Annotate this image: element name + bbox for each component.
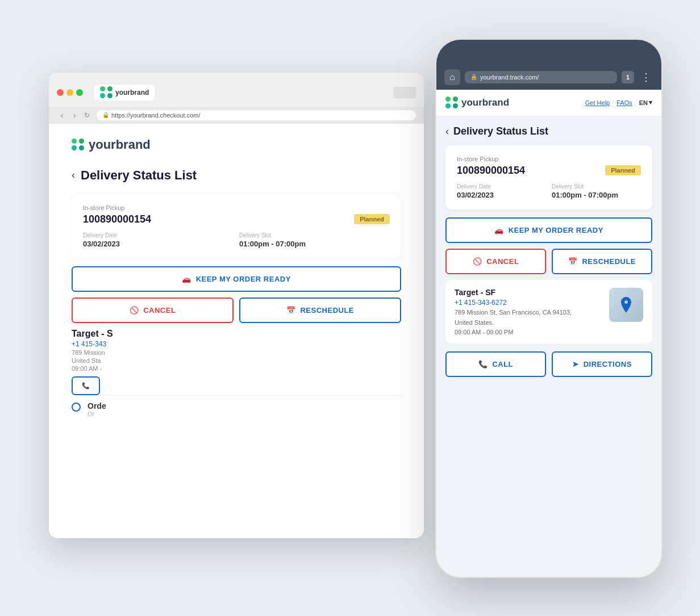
delivery-date-value: 03/02/2023 bbox=[83, 240, 234, 248]
back-arrow-btn[interactable]: ‹ bbox=[72, 169, 75, 181]
order-card: In-store Pickup 100890000154 Planned Del… bbox=[72, 194, 401, 258]
cancel-button[interactable]: 🚫 CANCEL bbox=[72, 297, 234, 323]
faqs-link[interactable]: FAQs bbox=[616, 99, 632, 106]
mobile-delivery-date-label: Delivery Date bbox=[457, 183, 546, 190]
mobile-phone-icon: 📞 bbox=[478, 360, 488, 368]
partial-store-name: Target - S bbox=[72, 329, 401, 339]
scene: yourbrand ‹ › ↻ 🔒 https://yourbrand.chec… bbox=[38, 39, 663, 578]
nav-refresh-btn[interactable]: ↻ bbox=[82, 110, 92, 120]
mobile-lock-icon: 🔒 bbox=[470, 74, 477, 80]
nav-back-btn[interactable]: ‹ bbox=[57, 110, 67, 120]
order-radio[interactable] bbox=[72, 403, 81, 412]
lang-chevron: ▾ bbox=[649, 99, 652, 106]
address-text: https://yourbrand.checkout.com/ bbox=[111, 112, 201, 119]
mobile-store-name: Target - SF bbox=[455, 288, 602, 297]
tab-brand-name: yourbrand bbox=[115, 89, 149, 97]
brand-logo: yourbrand bbox=[72, 137, 401, 152]
mobile-more-button[interactable]: ⋮ bbox=[639, 70, 653, 85]
mobile-back-btn[interactable]: ‹ bbox=[445, 125, 449, 137]
delivery-date-label: Delivery Date bbox=[83, 232, 234, 238]
delivery-slot-value: 01:00pm - 07:00pm bbox=[239, 240, 390, 248]
mobile-home-icon[interactable]: ⌂ bbox=[444, 69, 460, 85]
partial-call-button[interactable]: 📞 bbox=[72, 376, 100, 395]
mobile-tab-count[interactable]: 1 bbox=[622, 71, 634, 83]
tab-brand-icon bbox=[100, 86, 113, 99]
page-header: ‹ Delivery Status List bbox=[72, 168, 401, 183]
mobile-calendar-icon: 📅 bbox=[568, 257, 578, 266]
browser-mockup: yourbrand ‹ › ↻ 🔒 https://yourbrand.chec… bbox=[49, 73, 424, 538]
mobile-cancel-button[interactable]: 🚫 CANCEL bbox=[445, 249, 546, 274]
reschedule-button[interactable]: 📅 RESCHEDULE bbox=[239, 297, 401, 323]
page-title: Delivery Status List bbox=[81, 168, 197, 183]
mobile-reschedule-button[interactable]: 📅 RESCHEDULE bbox=[552, 249, 652, 274]
mobile-store-card: Target - SF +1 415-343-6272 789 Mission … bbox=[445, 280, 652, 344]
mobile-store-phone[interactable]: +1 415-343-6272 bbox=[455, 299, 602, 307]
address-bar-row: ‹ › ↻ 🔒 https://yourbrand.checkout.com/ bbox=[49, 107, 424, 124]
mobile-date-row: Delivery Date 03/02/2023 Delivery Slot 0… bbox=[457, 183, 641, 199]
keep-order-ready-button[interactable]: 🚗 KEEP MY ORDER READY bbox=[72, 266, 401, 292]
status-badge: Planned bbox=[354, 214, 390, 224]
mobile-store-hours: 09:00 AM - 09:00 PM bbox=[455, 329, 602, 336]
tab-new-btn[interactable] bbox=[393, 87, 416, 98]
mobile-directions-label: DIRECTIONS bbox=[584, 360, 632, 368]
delivery-slot-label: Delivery Slot bbox=[239, 232, 390, 238]
language-selector[interactable]: EN ▾ bbox=[639, 99, 652, 106]
calendar-icon: 📅 bbox=[286, 306, 296, 315]
mobile-order-card: In-store Pickup 100890000154 Planned Del… bbox=[445, 145, 652, 209]
get-help-link[interactable]: Get Help bbox=[585, 99, 610, 106]
mobile-browser-chrome: ⌂ 🔒 yourbrand.track.com/ 1 ⋮ bbox=[436, 65, 661, 90]
mobile-status-bar bbox=[436, 40, 661, 65]
dot-minimize[interactable] bbox=[66, 89, 73, 96]
brand-icon bbox=[72, 139, 84, 151]
mobile-nav-links: Get Help FAQs EN ▾ bbox=[585, 99, 652, 106]
partial-btn-row: 📞 bbox=[72, 376, 401, 395]
keep-order-ready-label: KEEP MY ORDER READY bbox=[196, 275, 291, 283]
mobile-mockup: ⌂ 🔒 yourbrand.track.com/ 1 ⋮ your bbox=[435, 39, 663, 578]
mobile-store-info: Target - SF +1 415-343-6272 789 Mission … bbox=[455, 288, 602, 336]
mobile-page-title: Delivery Status List bbox=[453, 125, 548, 137]
mobile-page-header: ‹ Delivery Status List bbox=[445, 125, 652, 137]
mobile-brand: yourbrand bbox=[445, 97, 509, 109]
map-placeholder bbox=[609, 288, 643, 322]
dot-close[interactable] bbox=[57, 89, 64, 96]
mobile-delivery-slot-value: 01:00pm - 07:00pm bbox=[552, 191, 641, 199]
browser-address-bar[interactable]: 🔒 https://yourbrand.checkout.com/ bbox=[97, 110, 416, 120]
mobile-call-button[interactable]: 📞 CALL bbox=[445, 351, 546, 377]
browser-tab[interactable]: yourbrand bbox=[94, 85, 155, 100]
browser-chrome: yourbrand bbox=[49, 73, 424, 107]
order-sub: Or bbox=[88, 410, 106, 417]
partial-store-section: Target - S +1 415-343 789 Mission United… bbox=[72, 329, 401, 395]
mobile-store-address2: United States. bbox=[455, 319, 602, 327]
browser-dots bbox=[57, 89, 83, 96]
nav-forward-btn[interactable]: › bbox=[69, 110, 80, 120]
mobile-store-address: 789 Mission St, San Francisco, CA 94103, bbox=[455, 308, 602, 317]
mobile-content: yourbrand Get Help FAQs EN ▾ ‹ Delivery … bbox=[436, 90, 661, 570]
mobile-inner: ‹ Delivery Status List In-store Pickup 1… bbox=[436, 116, 661, 392]
mobile-nav-header: yourbrand Get Help FAQs EN ▾ bbox=[436, 90, 661, 116]
mobile-brand-icon bbox=[445, 97, 458, 109]
lang-text: EN bbox=[639, 99, 648, 106]
mobile-delivery-slot-label: Delivery Slot bbox=[552, 183, 641, 190]
pickup-row: 100890000154 Planned bbox=[83, 213, 390, 225]
phone-icon-small: 📞 bbox=[82, 382, 90, 389]
dot-maximize[interactable] bbox=[76, 89, 83, 96]
mobile-call-label: CALL bbox=[492, 360, 513, 368]
mobile-store-map[interactable] bbox=[609, 288, 643, 322]
mobile-action-buttons-row: 🚫 CANCEL 📅 RESCHEDULE bbox=[445, 249, 652, 274]
order-info: Orde Or bbox=[88, 401, 106, 417]
partial-hours: 09:00 AM - bbox=[72, 365, 401, 372]
lock-icon: 🔒 bbox=[102, 112, 109, 118]
mobile-car-icon: 🚗 bbox=[494, 226, 504, 234]
mobile-address-bar[interactable]: 🔒 yourbrand.track.com/ bbox=[465, 71, 617, 83]
mobile-directions-button[interactable]: ➤ DIRECTIONS bbox=[552, 351, 652, 377]
cancel-label: CANCEL bbox=[143, 306, 176, 315]
mobile-contact-buttons-row: 📞 CALL ➤ DIRECTIONS bbox=[445, 351, 652, 377]
mobile-delivery-slot-block: Delivery Slot 01:00pm - 07:00pm bbox=[552, 183, 641, 199]
map-pin-svg bbox=[619, 297, 633, 313]
reschedule-label: RESCHEDULE bbox=[300, 306, 354, 315]
partial-phone: +1 415-343 bbox=[72, 340, 401, 348]
car-icon: 🚗 bbox=[182, 275, 191, 283]
delivery-slot-block: Delivery Slot 01:00pm - 07:00pm bbox=[239, 232, 390, 248]
mobile-keep-order-ready-button[interactable]: 🚗 KEEP MY ORDER READY bbox=[445, 217, 652, 243]
mobile-directions-icon: ➤ bbox=[572, 360, 579, 368]
